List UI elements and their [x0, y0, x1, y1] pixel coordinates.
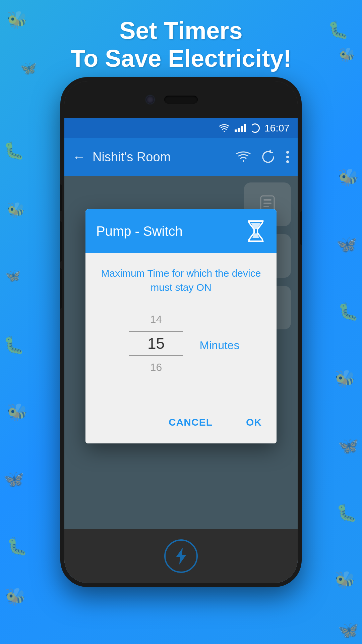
refresh-icon[interactable] — [261, 150, 276, 164]
phone-frame: 16:07 ← Nishit's Room — [60, 77, 302, 587]
bug-decoration: 🐝 — [335, 570, 355, 590]
status-time: 16:07 — [264, 122, 290, 134]
header-text: Set Timers To Save Electricity! — [0, 17, 362, 72]
bug-decoration: 🐛 — [3, 141, 24, 160]
cancel-button[interactable]: CANCEL — [162, 411, 219, 433]
bug-decoration: 🐝 — [7, 201, 25, 219]
phone-top-bar — [64, 81, 298, 118]
dialog-description: Maximum Time for which the device must s… — [96, 266, 266, 294]
status-icons: 16:07 — [219, 122, 290, 134]
number-below: 16 — [150, 356, 162, 379]
bug-decoration: 🐝 — [335, 369, 355, 388]
volume-up-button — [60, 184, 62, 211]
app-bar: ← Nishit's Room — [64, 138, 298, 176]
wifi-icon — [219, 123, 230, 133]
dialog: Pump - Switch Ma — [85, 209, 277, 443]
unit-label: Minutes — [199, 339, 239, 352]
main-content: Pump - Switch Ma — [64, 176, 298, 583]
bug-decoration: 🐝 — [5, 587, 26, 606]
camera — [146, 96, 154, 104]
dialog-header: Pump - Switch — [85, 209, 277, 253]
number-above: 14 — [150, 308, 162, 331]
signal-icon — [235, 124, 246, 132]
silent-button — [60, 268, 62, 309]
bug-decoration: 🦋 — [336, 235, 357, 254]
app-bar-title: Nishit's Room — [93, 150, 229, 164]
status-bar: 16:07 — [64, 118, 298, 138]
scroll-picker[interactable]: 14 15 16 Minutes — [96, 308, 266, 379]
bug-decoration: 🦋 — [5, 268, 21, 283]
svg-point-0 — [286, 151, 289, 154]
app-bar-icons — [236, 150, 290, 164]
hourglass-icon — [246, 219, 266, 243]
number-selected-row[interactable]: 15 — [122, 331, 189, 356]
app-screen: 16:07 ← Nishit's Room — [64, 118, 298, 583]
bug-decoration: 🦋 — [338, 621, 359, 640]
bug-decoration: 🐝 — [7, 402, 27, 422]
back-button[interactable]: ← — [72, 150, 86, 165]
bug-decoration: 🐛 — [336, 503, 357, 523]
phone-inner: 16:07 ← Nishit's Room — [64, 81, 298, 583]
svg-point-1 — [286, 156, 289, 158]
bug-decoration: 🐛 — [338, 302, 359, 321]
bug-decoration: 🐛 — [7, 537, 27, 556]
bug-decoration: 🐝 — [338, 168, 359, 187]
dialog-body: Maximum Time for which the device must s… — [85, 253, 277, 406]
sync-icon — [250, 123, 260, 133]
header-line1: Set Timers — [0, 17, 362, 45]
appbar-wifi-icon[interactable] — [236, 151, 251, 163]
bug-decoration: 🦋 — [338, 436, 359, 455]
ok-button[interactable]: OK — [239, 411, 268, 433]
dialog-title: Pump - Switch — [96, 224, 183, 239]
bug-decoration: 🐛 — [3, 335, 24, 355]
bug-decoration: 🦋 — [3, 470, 24, 489]
number-selected: 15 — [147, 334, 165, 353]
header-line2: To Save Electricity! — [0, 45, 362, 72]
power-button — [300, 211, 302, 245]
svg-point-2 — [286, 160, 289, 163]
dialog-actions: CANCEL OK — [85, 406, 277, 443]
number-scroll[interactable]: 14 15 16 — [122, 308, 189, 379]
speaker — [164, 96, 198, 104]
dialog-overlay: Pump - Switch Ma — [64, 176, 298, 583]
volume-down-button — [60, 221, 62, 262]
more-icon[interactable] — [286, 150, 290, 164]
sensor — [208, 98, 216, 101]
